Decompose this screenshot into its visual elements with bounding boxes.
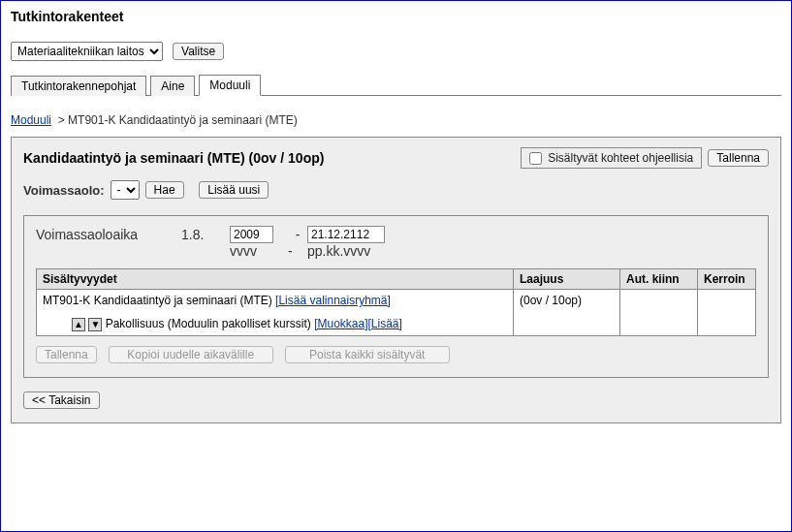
validity-select[interactable]: - — [111, 180, 140, 200]
move-down-icon[interactable]: ▼ — [88, 318, 102, 331]
validity-hint-date: pp.kk.vvvv — [307, 243, 424, 259]
tab-aine[interactable]: Aine — [150, 76, 195, 96]
tab-row: Tutkintorakennepohjat Aine Moduuli — [11, 75, 781, 96]
validity-period-label: Voimassaoloaika — [36, 227, 181, 242]
validity-hint-year: vvvv — [230, 243, 288, 259]
validity-year-input[interactable] — [230, 226, 273, 243]
tab-moduuli[interactable]: Moduuli — [199, 75, 261, 96]
save-button[interactable]: Tallenna — [708, 149, 769, 167]
validity-dash: - — [288, 227, 307, 242]
contents-table: Sisältyvyydet Laajuus Aut. kiinn Kerroin… — [36, 268, 756, 336]
indicative-label: Sisältyvät kohteet ohjeellisia — [548, 151, 693, 165]
copy-to-new-period-button[interactable]: Kopioi uudelle aikavälille — [109, 346, 273, 363]
select-button[interactable]: Valitse — [173, 43, 224, 60]
breadcrumb-root-link[interactable]: Moduuli — [11, 113, 51, 127]
validity-dash2: - — [288, 243, 307, 259]
indicative-checkbox[interactable] — [529, 152, 542, 165]
fetch-button[interactable]: Hae — [145, 181, 184, 199]
tab-tutkintorakennepohjat[interactable]: Tutkintorakennepohjat — [11, 76, 146, 96]
validity-inner-box: Voimassaoloaika 1.8. - vvvv - pp.kk.vvvv… — [23, 215, 769, 378]
col-laajuus: Laajuus — [514, 269, 620, 290]
col-kerroin: Kerroin — [698, 269, 756, 290]
add-new-button[interactable]: Lisää uusi — [199, 181, 269, 199]
sub-row-text: Pakollisuus (Moduulin pakolliset kurssit… — [106, 317, 311, 330]
delete-all-contents-button[interactable]: Poista kaikki sisältyvät — [285, 346, 450, 363]
validity-label: Voimassaolo: — [23, 183, 105, 198]
move-up-icon[interactable]: ▲ — [72, 318, 85, 331]
department-select[interactable]: Materiaalitekniikan laitos — [11, 42, 163, 61]
page-title: Tutkintorakenteet — [11, 9, 781, 24]
breadcrumb-sep: > — [58, 113, 65, 127]
module-panel: Kandidaatintyö ja seminaari (MTE) (0ov /… — [11, 137, 781, 423]
validity-end-input[interactable] — [307, 226, 385, 243]
row-extent: (0ov / 10op) — [514, 290, 620, 336]
save-contents-button[interactable]: Tallenna — [36, 346, 97, 363]
row-title: MT901-K Kandidaatintyö ja seminaari (MTE… — [43, 294, 272, 307]
breadcrumb-current: MT901-K Kandidaatintyö ja seminaari (MTE… — [68, 113, 298, 127]
panel-title: Kandidaatintyö ja seminaari (MTE) (0ov /… — [23, 150, 324, 166]
add-link[interactable]: [Lisää] — [367, 317, 401, 330]
validity-prefix: 1.8. — [181, 227, 230, 242]
add-optional-group-link[interactable]: [Lisää valinnaisryhmä] — [275, 294, 391, 307]
col-sisaltyvyydet: Sisältyvyydet — [37, 269, 514, 290]
table-row: MT901-K Kandidaatintyö ja seminaari (MTE… — [37, 290, 756, 336]
back-button[interactable]: << Takaisin — [23, 391, 100, 409]
edit-link[interactable]: [Muokkaa] — [314, 317, 367, 330]
col-aut-kiinn: Aut. kiinn — [620, 269, 698, 290]
breadcrumb: Moduuli > MT901-K Kandidaatintyö ja semi… — [11, 113, 781, 127]
